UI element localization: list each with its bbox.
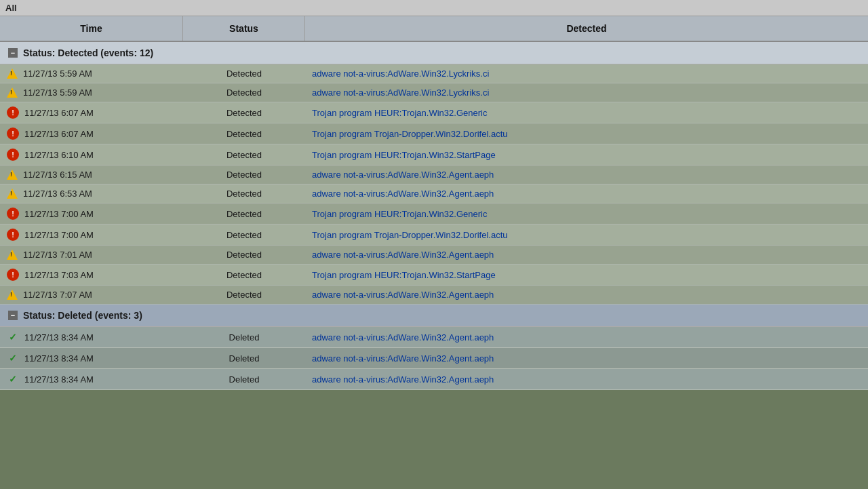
cell-threat: Trojan program HEUR:Trojan.Win32.StartPa… <box>305 146 868 164</box>
check-icon: ✓ <box>7 352 19 364</box>
top-bar: All <box>0 0 868 16</box>
cell-status: Detected <box>183 83 305 102</box>
table-row[interactable]: !11/27/13 7:03 AMDetectedTrojan program … <box>0 265 868 286</box>
col-detected[interactable]: Detected <box>305 16 868 41</box>
warning-icon: ! <box>7 170 18 180</box>
section-detected: − Status: Detected (events: 12) !11/27/1… <box>0 42 868 305</box>
cell-status: Detected <box>183 64 305 83</box>
error-icon: ! <box>7 208 19 220</box>
cell-status: Deleted <box>183 349 305 368</box>
cell-threat: adware not-a-virus:AdWare.Win32.Agent.ae… <box>305 165 868 184</box>
table-row[interactable]: ✓11/27/13 8:34 AMDeletedadware not-a-vir… <box>0 348 868 369</box>
cell-threat: Trojan program Trojan-Dropper.Win32.Dori… <box>305 125 868 143</box>
cell-time: !11/27/13 6:15 AM <box>0 165 183 184</box>
cell-time: !11/27/13 7:00 AM <box>0 203 183 224</box>
table-row[interactable]: ✓11/27/13 8:34 AMDeletedadware not-a-vir… <box>0 327 868 348</box>
detected-section-header[interactable]: − Status: Detected (events: 12) <box>0 42 868 64</box>
cell-threat: Trojan program HEUR:Trojan.Win32.Generic <box>305 104 868 122</box>
top-bar-label: All <box>5 3 17 13</box>
cell-time: !11/27/13 7:07 AM <box>0 286 183 304</box>
cell-threat: Trojan program HEUR:Trojan.Win32.Generic <box>305 205 868 223</box>
cell-status: Detected <box>183 205 305 223</box>
cell-time: !11/27/13 6:53 AM <box>0 184 183 203</box>
section-deleted: − Status: Deleted (events: 3) ✓11/27/13 … <box>0 305 868 390</box>
cell-status: Detected <box>183 104 305 122</box>
warning-icon: ! <box>7 290 18 300</box>
error-icon: ! <box>7 128 19 140</box>
cell-status: Detected <box>183 226 305 244</box>
collapse-icon-detected[interactable]: − <box>8 48 18 58</box>
warning-icon: ! <box>7 69 18 79</box>
cell-time: !11/27/13 5:59 AM <box>0 64 183 83</box>
cell-time: !11/27/13 7:00 AM <box>0 224 183 245</box>
cell-status: Detected <box>183 286 305 304</box>
cell-threat: adware not-a-virus:AdWare.Win32.Lyckriks… <box>305 64 868 83</box>
cell-threat: Trojan program Trojan-Dropper.Win32.Dori… <box>305 226 868 244</box>
check-icon: ✓ <box>7 331 19 343</box>
cell-threat: adware not-a-virus:AdWare.Win32.Agent.ae… <box>305 184 868 203</box>
table-row[interactable]: !11/27/13 6:07 AMDetectedTrojan program … <box>0 102 868 123</box>
deleted-section-header[interactable]: − Status: Deleted (events: 3) <box>0 305 868 327</box>
error-icon: ! <box>7 106 19 119</box>
cell-status: Detected <box>183 246 305 264</box>
error-icon: ! <box>7 269 19 281</box>
warning-icon: ! <box>7 189 18 199</box>
table-row[interactable]: !11/27/13 6:10 AMDetectedTrojan program … <box>0 144 868 165</box>
cell-time: !11/27/13 6:10 AM <box>0 144 183 165</box>
cell-time: !11/27/13 5:59 AM <box>0 83 183 102</box>
cell-time: !11/27/13 6:07 AM <box>0 123 183 144</box>
detected-section-title: Status: Detected (events: 12) <box>23 47 153 58</box>
cell-status: Detected <box>183 165 305 184</box>
cell-time: ✓11/27/13 8:34 AM <box>0 327 183 347</box>
table-row[interactable]: !11/27/13 5:59 AMDetectedadware not-a-vi… <box>0 64 868 83</box>
cell-status: Deleted <box>183 370 305 389</box>
table-row[interactable]: !11/27/13 6:15 AMDetectedadware not-a-vi… <box>0 165 868 184</box>
table-row[interactable]: !11/27/13 7:00 AMDetectedTrojan program … <box>0 224 868 246</box>
cell-status: Detected <box>183 146 305 164</box>
deleted-rows: ✓11/27/13 8:34 AMDeletedadware not-a-vir… <box>0 327 868 390</box>
warning-icon: ! <box>7 87 18 98</box>
cell-time: !11/27/13 6:07 AM <box>0 102 183 123</box>
cell-threat: adware not-a-virus:AdWare.Win32.Lyckriks… <box>305 83 868 102</box>
cell-threat: adware not-a-virus:AdWare.Win32.Agent.ae… <box>305 328 868 347</box>
table-row[interactable]: !11/27/13 6:53 AMDetectedadware not-a-vi… <box>0 184 868 203</box>
cell-time: ✓11/27/13 8:34 AM <box>0 369 183 389</box>
table-row[interactable]: !11/27/13 7:07 AMDetectedadware not-a-vi… <box>0 286 868 305</box>
col-status[interactable]: Status <box>183 16 305 41</box>
cell-status: Detected <box>183 184 305 203</box>
cell-status: Deleted <box>183 328 305 347</box>
table-row[interactable]: !11/27/13 7:01 AMDetectedadware not-a-vi… <box>0 246 868 265</box>
table-row[interactable]: !11/27/13 5:59 AMDetectedadware not-a-vi… <box>0 83 868 102</box>
cell-time: !11/27/13 7:01 AM <box>0 246 183 264</box>
deleted-section-title: Status: Deleted (events: 3) <box>23 310 142 321</box>
cell-status: Detected <box>183 266 305 284</box>
warning-icon: ! <box>7 250 18 260</box>
cell-status: Detected <box>183 125 305 143</box>
main-content: − Status: Detected (events: 12) !11/27/1… <box>0 42 868 390</box>
cell-time: ✓11/27/13 8:34 AM <box>0 348 183 368</box>
cell-threat: adware not-a-virus:AdWare.Win32.Agent.ae… <box>305 246 868 264</box>
cell-threat: adware not-a-virus:AdWare.Win32.Agent.ae… <box>305 349 868 368</box>
detected-rows: !11/27/13 5:59 AMDetectedadware not-a-vi… <box>0 64 868 305</box>
cell-threat: adware not-a-virus:AdWare.Win32.Agent.ae… <box>305 370 868 389</box>
col-time[interactable]: Time <box>0 16 183 41</box>
error-icon: ! <box>7 149 19 161</box>
table-row[interactable]: ✓11/27/13 8:34 AMDeletedadware not-a-vir… <box>0 369 868 390</box>
table-row[interactable]: !11/27/13 7:00 AMDetectedTrojan program … <box>0 203 868 224</box>
collapse-icon-deleted[interactable]: − <box>8 311 18 320</box>
cell-threat: Trojan program HEUR:Trojan.Win32.StartPa… <box>305 266 868 284</box>
table-header: Time Status Detected <box>0 16 868 42</box>
check-icon: ✓ <box>7 373 19 385</box>
error-icon: ! <box>7 229 19 241</box>
cell-time: !11/27/13 7:03 AM <box>0 265 183 285</box>
cell-threat: adware not-a-virus:AdWare.Win32.Agent.ae… <box>305 286 868 304</box>
table-row[interactable]: !11/27/13 6:07 AMDetectedTrojan program … <box>0 123 868 144</box>
